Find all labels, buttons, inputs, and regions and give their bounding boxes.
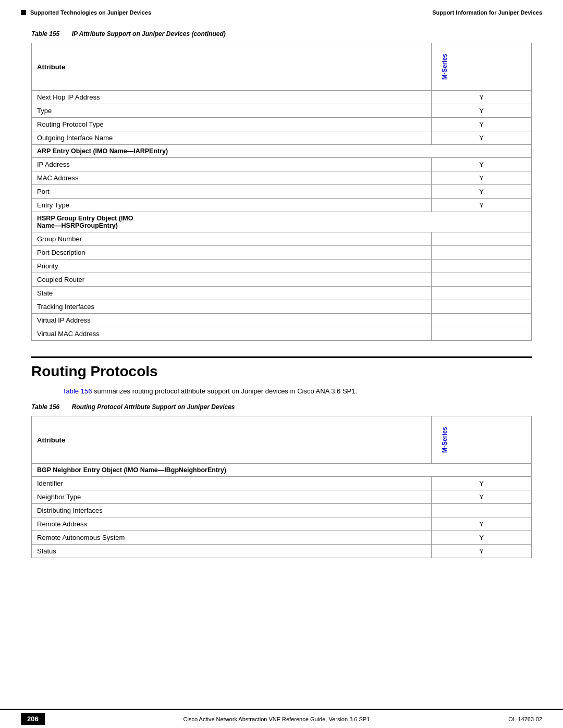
mseries-value-cell: Y [432, 131, 532, 145]
mseries-value-cell [432, 300, 532, 314]
attribute-cell: Remote Autonomous System [32, 531, 432, 545]
header-left: Supported Technologies on Juniper Device… [21, 9, 151, 16]
mseries-value-cell [432, 232, 532, 246]
table155-attr-header: Attribute [32, 43, 432, 91]
mseries-value-cell [432, 260, 532, 273]
main-content: Table 155 IP Attribute Support on Junipe… [0, 20, 563, 615]
table-row: Group Number [32, 232, 532, 246]
table-row: Next Hop IP AddressY [32, 91, 532, 104]
attribute-cell: Coupled Router [32, 273, 432, 287]
table-row: BGP Neighbor Entry Object (IMO Name—IBgp… [32, 464, 532, 477]
group-header-cell: ARP Entry Object (IMO Name—IARPEntry) [32, 145, 532, 158]
mseries-value-cell: Y [432, 199, 532, 212]
page-container: Supported Technologies on Juniper Device… [0, 0, 563, 728]
table-row: IP AddressY [32, 158, 532, 171]
table156-mseries-label: M-Series [437, 419, 452, 461]
table-row: Entry TypeY [32, 199, 532, 212]
table156: Attribute M-Series BGP Neighbor Entry Ob… [31, 416, 532, 558]
table155-mseries-label: M-Series [437, 46, 452, 88]
attribute-cell: Port Description [32, 246, 432, 260]
table156-mseries-header: M-Series [432, 416, 532, 464]
attribute-cell: Outgoing Interface Name [32, 131, 432, 145]
attribute-cell: Distributing Interfaces [32, 504, 432, 517]
mseries-value-cell: Y [432, 545, 532, 558]
table156-caption: Table 156 Routing Protocol Attribute Sup… [31, 403, 532, 411]
mseries-value-cell: Y [432, 477, 532, 490]
mseries-value-cell: Y [432, 118, 532, 131]
attribute-cell: IP Address [32, 158, 432, 171]
table155-caption: Table 155 IP Attribute Support on Junipe… [31, 30, 532, 38]
footer-doc-id: OL-14763-02 [508, 716, 542, 722]
mseries-value-cell [432, 273, 532, 287]
attribute-cell: Entry Type [32, 199, 432, 212]
mseries-value-cell [432, 327, 532, 341]
header-icon [21, 10, 26, 15]
attribute-cell: Tracking Interfaces [32, 300, 432, 314]
page-header: Supported Technologies on Juniper Device… [0, 0, 563, 20]
table-row: Distributing Interfaces [32, 504, 532, 517]
table155-title-spacer [62, 30, 70, 38]
table-row: StatusY [32, 545, 532, 558]
section-intro-suffix: summarizes routing protocol attribute su… [92, 387, 357, 395]
table156-title: Routing Protocol Attribute Support on Ju… [72, 403, 235, 411]
mseries-value-cell: Y [432, 171, 532, 185]
attribute-cell: Next Hop IP Address [32, 91, 432, 104]
attribute-cell: Identifier [32, 477, 432, 490]
table156-title-spacer [62, 403, 70, 411]
table155-body: Next Hop IP AddressYTypeYRouting Protoco… [32, 91, 532, 341]
table-row: Virtual MAC Address [32, 327, 532, 341]
table-row: IdentifierY [32, 477, 532, 490]
group-header-cell: HSRP Group Entry Object (IMOName—HSRPGro… [32, 212, 532, 232]
attribute-cell: Neighbor Type [32, 490, 432, 504]
attribute-cell: Virtual MAC Address [32, 327, 432, 341]
mseries-value-cell [432, 314, 532, 327]
mseries-value-cell: Y [432, 517, 532, 531]
mseries-value-cell [432, 246, 532, 260]
group-name-part2: Name—HSRPGroupEntry) [37, 222, 118, 229]
table-row: MAC AddressY [32, 171, 532, 185]
table156-link[interactable]: Table 156 [63, 387, 92, 395]
table-row: Outgoing Interface NameY [32, 131, 532, 145]
mseries-value-cell: Y [432, 158, 532, 171]
table-row: Port Description [32, 246, 532, 260]
table-row: TypeY [32, 104, 532, 118]
table-row: Virtual IP Address [32, 314, 532, 327]
mseries-value-cell: Y [432, 490, 532, 504]
group-header-cell: BGP Neighbor Entry Object (IMO Name—IBgp… [32, 464, 532, 477]
table-row: State [32, 287, 532, 300]
header-right-text: Support Information for Juniper Devices [432, 9, 542, 16]
table155-num: Table 155 [31, 30, 59, 38]
table-row: Tracking Interfaces [32, 300, 532, 314]
mseries-value-cell: Y [432, 531, 532, 545]
table-row: Remote AddressY [32, 517, 532, 531]
attribute-cell: State [32, 287, 432, 300]
attribute-cell: Priority [32, 260, 432, 273]
mseries-value-cell: Y [432, 104, 532, 118]
table-row: Coupled Router [32, 273, 532, 287]
table-row: HSRP Group Entry Object (IMOName—HSRPGro… [32, 212, 532, 232]
table-row: Neighbor TypeY [32, 490, 532, 504]
attribute-cell: Routing Protocol Type [32, 118, 432, 131]
attribute-cell: Status [32, 545, 432, 558]
table-row: ARP Entry Object (IMO Name—IARPEntry) [32, 145, 532, 158]
table155: Attribute M-Series Next Hop IP AddressYT… [31, 43, 532, 341]
table156-num: Table 156 [31, 403, 59, 411]
table-row: Remote Autonomous SystemY [32, 531, 532, 545]
table155-title: IP Attribute Support on Juniper Devices … [72, 30, 226, 38]
mseries-value-cell: Y [432, 185, 532, 199]
attribute-cell: Remote Address [32, 517, 432, 531]
table-row: Priority [32, 260, 532, 273]
attribute-cell: Port [32, 185, 432, 199]
table156-body: BGP Neighbor Entry Object (IMO Name—IBgp… [32, 464, 532, 558]
mseries-value-cell: Y [432, 91, 532, 104]
attribute-cell: MAC Address [32, 171, 432, 185]
attribute-cell: Virtual IP Address [32, 314, 432, 327]
table156-attr-header: Attribute [32, 416, 432, 464]
attribute-cell: Type [32, 104, 432, 118]
table155-mseries-header: M-Series [432, 43, 532, 91]
mseries-value-cell [432, 504, 532, 517]
mseries-value-cell [432, 287, 532, 300]
footer-center-text: Cisco Active Network Abstraction VNE Ref… [45, 716, 508, 722]
table-row: Routing Protocol TypeY [32, 118, 532, 131]
section-intro: Table 156 summarizes routing protocol at… [31, 387, 532, 395]
